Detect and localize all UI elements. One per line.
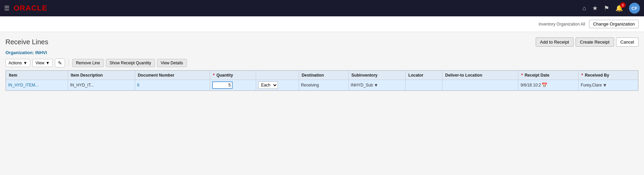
uom-select[interactable]: Each	[258, 81, 278, 89]
notification-badge: 6	[620, 2, 626, 8]
cancel-button[interactable]: Cancel	[616, 37, 639, 47]
page-title: Receive Lines	[5, 38, 48, 46]
col-header-uom	[256, 71, 299, 80]
actions-label: Actions	[9, 61, 22, 65]
hamburger-menu-icon[interactable]: ☰	[4, 4, 10, 12]
item-link[interactable]: IN_HYD_ITEM...	[8, 83, 38, 88]
org-label: Organization: INHVI	[5, 50, 639, 55]
cell-item: IN_HYD_ITEM...	[6, 80, 68, 91]
home-icon[interactable]: ⌂	[582, 5, 586, 12]
col-header-item: Item	[6, 71, 68, 80]
cell-document-number: 6	[135, 80, 210, 91]
favorites-icon[interactable]: ★	[592, 4, 598, 12]
add-to-receipt-button[interactable]: Add to Receipt	[536, 37, 574, 47]
col-header-subinventory: Subinventory	[348, 71, 405, 80]
cell-subinventory[interactable]: INHYD_Sub ▼	[348, 80, 405, 91]
oracle-logo: ORACLE	[14, 4, 47, 13]
view-dropdown[interactable]: View ▼	[32, 59, 53, 67]
subinventory-value: INHYD_Sub	[351, 83, 373, 88]
col-header-document-number: Document Number	[135, 71, 210, 80]
col-header-deliver-to-location: Deliver-to Location	[442, 71, 518, 80]
col-header-item-description: Item Description	[68, 71, 135, 80]
col-header-quantity: * Quantity	[210, 71, 256, 80]
col-header-receipt-date: * Receipt Date	[518, 71, 579, 80]
view-label: View	[35, 61, 44, 65]
page-title-actions: Add to Receipt Create Receipt Cancel	[536, 37, 639, 47]
uom-container: Each	[258, 81, 297, 89]
cell-item-description: IN_HYD_IT...	[68, 80, 135, 91]
col-header-destination: Destination	[299, 71, 348, 80]
cell-quantity[interactable]	[210, 80, 256, 91]
quantity-input[interactable]	[212, 81, 233, 89]
receipt-date-value: 9/6/18 10:2	[520, 83, 541, 88]
col-header-received-by: * Received By	[579, 71, 638, 80]
received-by-value: Furey,Clare	[581, 83, 602, 88]
received-by-container: Furey,Clare ▼	[581, 82, 636, 88]
edit-icon-button[interactable]: ✎	[55, 59, 65, 67]
flag-icon[interactable]: ⚑	[604, 4, 609, 12]
subinventory-dropdown-btn[interactable]: ▼	[374, 82, 378, 88]
nav-right: ⌂ ★ ⚑ 🔔 6 CF	[582, 3, 640, 14]
receipt-date-container: 9/6/18 10:2 📅	[520, 82, 576, 88]
cell-deliver-to-location	[442, 80, 518, 91]
received-by-dropdown-btn[interactable]: ▼	[602, 82, 607, 88]
cell-receipt-date[interactable]: 9/6/18 10:2 📅	[518, 80, 579, 91]
page-title-row: Receive Lines Add to Receipt Create Rece…	[5, 37, 639, 47]
receive-lines-table: Item Item Description Document Number * …	[6, 70, 638, 91]
inventory-org-label: Inventory Organization All	[538, 22, 585, 27]
view-chevron-icon: ▼	[46, 61, 50, 65]
view-details-button[interactable]: View Details	[157, 59, 187, 67]
subinventory-container: INHYD_Sub ▼	[351, 82, 403, 88]
top-navigation: ☰ ORACLE ⌂ ★ ⚑ 🔔 6 CF	[0, 0, 644, 16]
cell-received-by[interactable]: Furey,Clare ▼	[579, 80, 638, 91]
cell-destination: Receiving	[299, 80, 348, 91]
cell-uom[interactable]: Each	[256, 80, 299, 91]
receipt-date-picker-btn[interactable]: 📅	[541, 82, 547, 88]
change-org-button[interactable]: Change Organization	[589, 20, 639, 28]
page-content: Receive Lines Add to Receipt Create Rece…	[0, 32, 644, 96]
nav-left: ☰ ORACLE	[4, 4, 47, 13]
cell-locator	[406, 80, 442, 91]
user-avatar[interactable]: CF	[629, 3, 640, 14]
actions-dropdown[interactable]: Actions ▼	[5, 59, 30, 67]
toolbar-divider	[68, 59, 69, 67]
remove-line-button[interactable]: Remove Line	[72, 59, 104, 67]
notifications-icon[interactable]: 🔔 6	[615, 4, 623, 12]
table-header-row: Item Item Description Document Number * …	[6, 71, 638, 80]
sub-header: Inventory Organization All Change Organi…	[0, 16, 644, 32]
table-container: Item Item Description Document Number * …	[5, 70, 639, 91]
doc-number-link[interactable]: 6	[137, 83, 140, 88]
show-receipt-qty-button[interactable]: Show Receipt Quantity	[106, 59, 155, 67]
actions-chevron-icon: ▼	[23, 61, 27, 65]
table-row: IN_HYD_ITEM... IN_HYD_IT... 6 Each	[6, 80, 638, 91]
toolbar: Actions ▼ View ▼ ✎ Remove Line Show Rece…	[5, 59, 639, 67]
create-receipt-button[interactable]: Create Receipt	[576, 37, 614, 47]
col-header-locator: Locator	[406, 71, 442, 80]
